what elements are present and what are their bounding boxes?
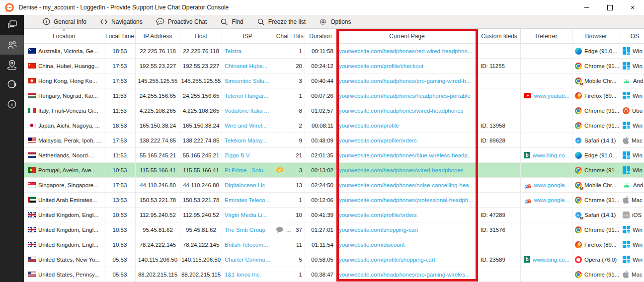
table-row[interactable]: United States, New Yo...05:53140.115.206…	[24, 252, 644, 267]
cell-referrer	[521, 133, 572, 148]
current-page-link[interactable]: yourwebsite.com/headphones/wired-headpho…	[339, 108, 464, 114]
sidebar-item-visitors[interactable]	[0, 35, 24, 55]
isp-link[interactable]: British Telecom...	[225, 242, 268, 248]
current-page-link[interactable]: yourwebsite.com/shopping-cart	[339, 227, 418, 233]
isp-link[interactable]: Wire and Wirel...	[225, 123, 267, 129]
sidebar-item-chats[interactable]	[0, 15, 24, 35]
table-row[interactable]: Japan, Aichi, Nagoya, ...18:53165.150.38…	[24, 118, 644, 133]
current-page-link[interactable]: yourwebsite.com/headphones/blue-wireless…	[339, 152, 473, 158]
cell-location: United Kingdom, Engl...	[24, 237, 104, 252]
column-header-label: Host	[195, 33, 207, 40]
current-page-link[interactable]: yourwebsite.com/headphones/professional-…	[339, 197, 473, 203]
table-row[interactable]: Hungary, Nograd, Kar...11:5324.255.156.6…	[24, 88, 644, 103]
table-row[interactable]: Hong Kong, Hong Ko...17:53145.255.125.55…	[24, 73, 644, 88]
table-row[interactable]: Australia, Victoria, Ge...18:5322.225.76…	[24, 44, 644, 59]
column-header-duration[interactable]: Duration	[305, 29, 336, 44]
isp-link[interactable]: 1&1 Ionos Inc.	[225, 272, 261, 278]
table-row[interactable]: Portugal, Aveiro, Ave...10:53115.55.166.…	[24, 163, 644, 178]
toolbar-button-freeze-the-list[interactable]: Freeze the list	[257, 18, 306, 26]
os-label: And	[633, 78, 643, 84]
cell-browser: Safari (14.1)	[572, 133, 620, 148]
table-row[interactable]: United Kingdom, Engl...10:5395.45.81.629…	[24, 222, 644, 237]
browser-label: Opera (76.0)	[584, 257, 617, 263]
referrer-link[interactable]: www.bing.co...	[533, 152, 569, 158]
table-row[interactable]: Malaysia, Perak, Ipoh, ...17:53138.222.7…	[24, 133, 644, 148]
location-text: Portugal, Aveiro, Ave...	[38, 167, 96, 173]
current-page-link[interactable]: yourwebsite.com/headphones/pro-gaming-wi…	[339, 272, 470, 278]
referrer-link[interactable]: www.google...	[534, 182, 569, 188]
table-row[interactable]: Netherlands, Noord-...11:5355.165.245.21…	[24, 148, 644, 163]
current-page-link[interactable]: yourwebsite.com/headphones/red-wired-hea…	[339, 48, 473, 54]
table-row[interactable]: Singapore, Singapore...17:5344.110.246.8…	[24, 178, 644, 193]
toolbar-button-navigations[interactable]: Navigations	[100, 18, 143, 25]
column-header-chat[interactable]: Chat	[273, 29, 292, 44]
isp-link[interactable]: Telenor Hungar...	[225, 93, 268, 99]
referrer-link[interactable]: www.youtub...	[534, 93, 569, 99]
isp-link[interactable]: Telstra	[225, 48, 242, 54]
table-row[interactable]: United Kingdom, Engl...10:5378.24.222.14…	[24, 237, 644, 252]
google-icon: g	[524, 182, 531, 189]
isp-link[interactable]: Digitalocean Llc	[225, 182, 265, 188]
cell-ip: 55.165.245.21	[136, 148, 180, 163]
sidebar-item-operator[interactable]	[0, 74, 24, 94]
close-button[interactable]: ×	[621, 0, 644, 15]
sidebar-item-geo-location[interactable]	[0, 55, 24, 74]
table-row[interactable]: China, Hubei, Huangg...17:53192.55.23.22…	[24, 59, 644, 73]
column-header-hits[interactable]: Hits	[292, 29, 305, 44]
current-page-link[interactable]: yourwebsite.com/headphones/pro-gaming-wi…	[339, 78, 471, 84]
isp-link[interactable]: Emirates Teleco...	[225, 197, 270, 203]
cell-local_time: 11:53	[104, 148, 136, 163]
current-page-link[interactable]: yourwebsite.com/headphones/wired-headpho…	[339, 167, 464, 173]
isp-link[interactable]: Virgin Media Li...	[225, 212, 267, 218]
column-header-host[interactable]: Host	[180, 29, 222, 44]
current-page-link[interactable]: yourwebsite.com/profile	[339, 123, 399, 129]
isp-link[interactable]: Telekom Malay...	[225, 138, 267, 143]
column-header-ip[interactable]: IP Address	[136, 29, 180, 44]
column-header-current_page[interactable]: Current Page	[336, 29, 478, 44]
os-label: Ubu	[632, 108, 643, 114]
cell-chat	[273, 88, 292, 103]
isp-link[interactable]: Vodafone Italia ...	[225, 108, 269, 114]
isp-link[interactable]: The Smb Group	[225, 227, 265, 233]
maximize-button[interactable]	[598, 0, 621, 15]
table-row[interactable]: United Kingdom, Engl...10:53112.95.240.5…	[24, 208, 644, 222]
current-page-link[interactable]: yourwebsite.com/headphones/headphones-po…	[339, 93, 471, 99]
isp-link[interactable]: Chinanet Hube...	[225, 63, 267, 69]
column-header-isp[interactable]: ISP	[222, 29, 273, 44]
current-page-link[interactable]: yourwebsite.com/profile/checkout	[339, 63, 423, 69]
referrer-link[interactable]: www.bing.co...	[533, 257, 569, 263]
table-row[interactable]: Italy, Friuli-Venezia Gi...11:534.225.10…	[24, 103, 644, 118]
cell-host: 165.150.38.24	[180, 118, 222, 133]
chat-more-text: ...	[286, 227, 291, 233]
cell-hits: 3	[292, 73, 305, 88]
column-header-os[interactable]: OS	[620, 29, 644, 44]
isp-link[interactable]: Pt Prime - Solu...	[225, 167, 268, 173]
current-page-link[interactable]: yourwebsite.com/discount	[339, 242, 404, 248]
cell-chat	[273, 103, 292, 118]
minimize-button[interactable]	[575, 0, 598, 15]
isp-link[interactable]: Charter Commu...	[225, 257, 270, 263]
current-page-link[interactable]: yourwebsite.com/profile/orders	[339, 138, 417, 143]
sidebar-item-info[interactable]: i	[0, 94, 24, 114]
column-header-custom_fields[interactable]: Custom fileds	[478, 29, 521, 44]
toolbar-button-proactive-chat[interactable]: Proactive Chat	[156, 18, 207, 25]
toolbar-button-general-info[interactable]: iGeneral Info	[43, 18, 86, 25]
table-row[interactable]: United Arab Emirates...13:53150.53.221.7…	[24, 193, 644, 208]
column-header-referrer[interactable]: Referrer	[521, 29, 572, 44]
current-page-link[interactable]: yourwebsite.com/profile/shopping-cart	[339, 257, 435, 263]
os-label: iOS	[632, 212, 642, 218]
table-row[interactable]: United States, Pennsy...05:5388.202.215.…	[24, 267, 644, 282]
column-header-browser[interactable]: Browser	[572, 29, 620, 44]
cell-os: Mac	[620, 193, 644, 208]
referrer-link[interactable]: www.google...	[534, 197, 569, 203]
column-header-local_time[interactable]: Local Time	[104, 29, 136, 44]
current-page-link[interactable]: yourwebsite.com/profile/orders	[339, 212, 417, 218]
isp-link[interactable]: Ziggo B.V.	[225, 152, 251, 158]
column-header-location[interactable]: ^Location	[24, 29, 104, 44]
chrome-browser-icon: M	[575, 182, 582, 189]
isp-link[interactable]: Simcentric Solu...	[225, 78, 269, 84]
current-page-link[interactable]: yourwebsite.com/headphones/noise-cancell…	[339, 182, 474, 188]
windows-os-icon: 10	[623, 92, 630, 99]
toolbar-button-find[interactable]: Find	[220, 18, 243, 26]
toolbar-button-options[interactable]: Options	[319, 18, 351, 26]
